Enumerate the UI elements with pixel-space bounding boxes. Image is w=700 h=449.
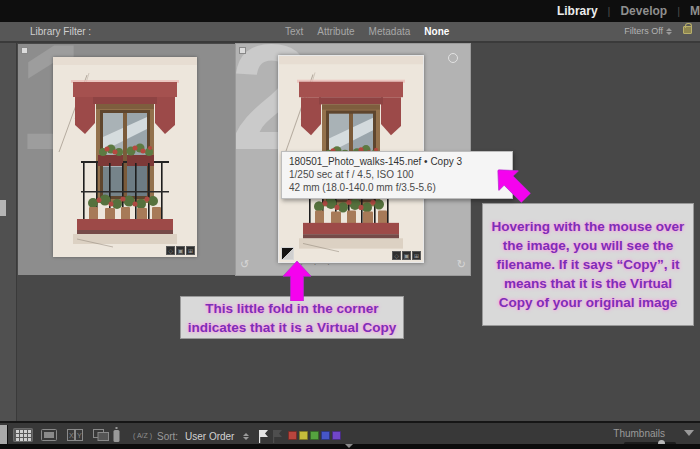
left-panel-collapsed[interactable] [0,43,17,421]
module-picker-bar: Library | Develop | Map [0,0,700,22]
tooltip-lens: 42 mm (18.0-140.0 mm f/3.5-5.6) [289,181,505,194]
tooltip-exposure: 1/250 sec at f / 4.5, ISO 100 [289,168,505,181]
filter-none[interactable]: None [424,26,449,37]
color-swatch-purple[interactable] [332,431,341,440]
badge-icon[interactable]: ▣ [176,246,185,255]
annotation-arrow-fold [282,261,312,301]
svg-text:X: X [69,432,74,439]
thumbnails-label: Thumbnails [613,428,665,439]
survey-view-icon [93,429,109,441]
fold-annotation-text: This little fold in the corner indicates… [187,299,397,337]
svg-text:Y: Y [77,432,82,439]
library-filter-bar: Library Filter : Text Attribute Metadata… [0,22,700,43]
grid-view-icon [16,430,31,441]
thumbnail-badges: ◇ ▣ ⊞ [166,246,195,255]
tooltip-filename: 180501_Photo_walks-145.nef • Copy 3 [289,155,505,168]
compare-view-button[interactable]: XY [65,428,85,442]
color-swatch-yellow[interactable] [299,431,308,440]
hover-annotation-text: Hovering with the mouse over the image, … [491,217,685,312]
left-panel-toggle[interactable] [0,425,8,446]
filter-lock-icon[interactable] [683,26,692,34]
filter-metadata[interactable]: Metadata [369,26,411,37]
badge-icon[interactable]: ⊞ [186,246,195,255]
color-label-swatches [288,431,341,440]
badge-icon[interactable]: ◇ [166,246,175,255]
fold-annotation-note: This little fold in the corner indicates… [180,296,404,339]
color-swatch-red[interactable] [288,431,297,440]
toolbar-chevron-icon[interactable] [684,430,694,436]
sort-direction-icon[interactable]: ( A/Z ) [133,432,152,439]
cell-checkbox[interactable] [239,47,246,54]
loupe-view-button[interactable] [39,428,59,442]
filter-options: Text Attribute Metadata None [285,26,449,37]
loupe-view-icon [41,429,57,441]
module-separator: | [677,5,680,17]
badge-icon[interactable]: ▣ [402,251,411,260]
sort-label: Sort: [157,431,178,442]
updown-icon [666,28,672,35]
rotate-left-icon[interactable]: ↺ [240,258,249,271]
left-panel-marker [0,200,6,216]
view-mode-buttons: XY [13,428,111,442]
virtual-copy-fold-icon [281,247,294,260]
filmstrip-toggle-icon[interactable] [345,444,353,448]
grid-cell-1[interactable]: 1 ◇ ▣ ⊞ [18,44,236,275]
cell-checkbox[interactable] [21,47,28,54]
thumbnail-badges: ◇ ▣ ⊞ [392,251,421,260]
thumbnail-photo-1[interactable]: ◇ ▣ ⊞ [53,57,197,257]
filters-status-dropdown[interactable]: Filters Off [624,26,672,36]
module-library[interactable]: Library [557,4,598,18]
library-filter-title: Library Filter : [30,26,91,37]
hover-annotation-note: Hovering with the mouse over the image, … [482,203,694,326]
photo-info-tooltip: 180501_Photo_walks-145.nef • Copy 3 1/25… [281,151,513,199]
badge-icon[interactable]: ⊞ [412,251,421,260]
quick-collection-circle-icon[interactable] [448,53,458,63]
compare-view-icon: XY [67,429,83,441]
filters-status-label: Filters Off [624,26,663,36]
color-swatch-blue[interactable] [321,431,330,440]
module-develop[interactable]: Develop [620,4,667,18]
rotate-right-icon[interactable]: ↻ [457,258,466,271]
color-swatch-green[interactable] [310,431,319,440]
badge-icon[interactable]: ◇ [392,251,401,260]
filter-attribute[interactable]: Attribute [317,26,354,37]
lightroom-window: Library | Develop | Map Library Filter :… [0,0,700,449]
module-separator: | [608,5,611,17]
filter-text[interactable]: Text [285,26,303,37]
module-map[interactable]: Map [690,4,700,18]
grid-view-button[interactable] [13,428,33,442]
sort-dropdown-icon[interactable] [243,433,249,440]
survey-view-button[interactable] [91,428,111,442]
module-picker: Library | Develop | Map [557,0,700,22]
sort-order-dropdown[interactable]: User Order [185,431,234,442]
